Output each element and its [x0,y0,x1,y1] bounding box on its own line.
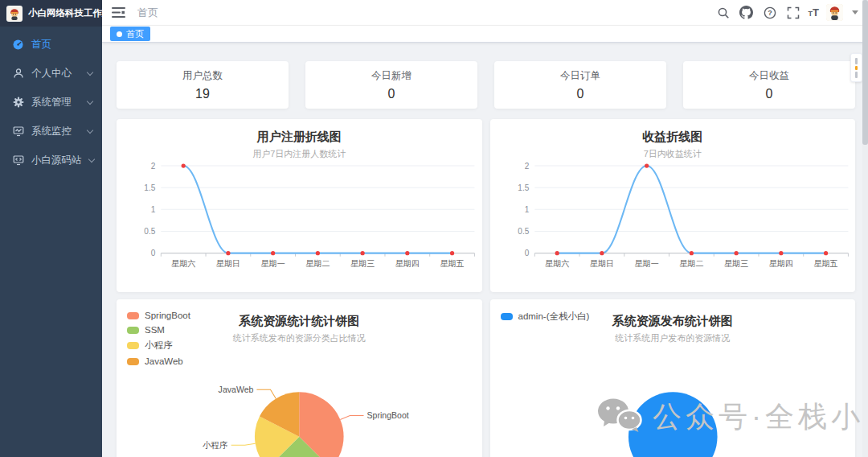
svg-text:星期二: 星期二 [679,259,703,268]
resource-publish-pie-chart: admin-(全栈小白) [490,344,856,457]
stat-card-new-today: 今日新增 0 [305,61,477,109]
legend-label: SpringBoot [145,311,190,320]
svg-text:星期二: 星期二 [305,259,330,268]
svg-text:星期六: 星期六 [545,259,569,268]
help-icon[interactable]: ? [762,5,778,21]
pie-legend: admin-(全栈小白) [501,311,590,323]
user-register-line-chart-card: 用户注册折线图 用户7日内注册人数统计 00.511.52星期六星期日星期一星期… [117,119,482,292]
scrollbar [862,0,868,457]
avatar[interactable] [826,4,843,21]
sidebar-item-system-admin[interactable]: 系统管理 [0,88,102,117]
sidebar-item-label: 系统管理 [31,96,80,109]
svg-text:2: 2 [524,162,529,171]
pie-charts-row: SpringBootSSM小程序JavaWeb 系统资源统计统计饼图 统计系统发… [117,299,855,457]
topbar-actions: ? TT [715,4,858,21]
tag-active-dot [117,31,122,37]
legend-label: JavaWeb [145,356,183,366]
svg-text:1: 1 [524,205,529,214]
legend-item[interactable]: SpringBoot [127,311,190,320]
main-area: 首页 ? TT [102,0,868,457]
svg-text:1.5: 1.5 [144,183,155,192]
topbar: 首页 ? TT [102,0,868,26]
legend-swatch [127,312,139,319]
sidebar-item-label: 个人中心 [31,67,80,80]
floating-widget[interactable] [850,53,862,82]
svg-text:1.5: 1.5 [518,183,529,192]
chevron-down-icon [87,97,93,104]
search-icon[interactable] [715,5,731,21]
svg-text:星期三: 星期三 [724,259,748,268]
widget-bar [855,72,858,78]
fullscreen-icon[interactable] [785,5,801,21]
stat-value: 19 [195,87,210,101]
svg-text:星期五: 星期五 [813,259,837,268]
app-root: 小白网络科技工作室 首页 个人中心 系统管理 [0,0,868,457]
sidebar-menu: 首页 个人中心 系统管理 系统监控 [0,27,102,175]
font-size-icon[interactable]: TT [809,7,819,18]
legend-label: SSM [145,325,165,335]
stat-label: 今日新增 [371,69,411,83]
chevron-down-icon [87,68,93,75]
svg-text:星期五: 星期五 [440,259,464,268]
stats-row: 用户总数 19 今日新增 0 今日订单 0 今日收益 0 [117,61,855,109]
svg-text:?: ? [768,9,772,17]
legend-item[interactable]: SSM [127,325,190,335]
stat-label: 用户总数 [182,69,223,83]
sidebar-item-system-monitor[interactable]: 系统监控 [0,117,102,146]
legend-swatch [127,327,139,334]
menu-collapse-icon[interactable] [112,6,126,19]
github-icon[interactable] [739,5,755,21]
svg-text:星期四: 星期四 [395,259,420,268]
sidebar-item-home[interactable]: 首页 [0,30,102,59]
sidebar-item-source-site[interactable]: 小白源码站 [0,146,102,175]
line-charts-row: 用户注册折线图 用户7日内注册人数统计 00.511.52星期六星期日星期一星期… [117,119,855,292]
content: 用户总数 19 今日新增 0 今日订单 0 今日收益 0 用户注册 [102,43,868,457]
sidebar: 小白网络科技工作室 首页 个人中心 系统管理 [0,0,102,457]
sidebar-item-label: 首页 [31,38,92,51]
svg-text:星期一: 星期一 [261,259,285,268]
svg-text:星期日: 星期日 [589,259,613,268]
svg-text:0: 0 [524,249,529,257]
gear-icon [12,97,24,109]
dashboard-icon [12,39,24,51]
chevron-down-icon [88,155,94,162]
monitor-code-icon [12,154,24,167]
svg-text:星期六: 星期六 [171,259,195,268]
caret-down-icon[interactable] [852,10,858,14]
svg-text:2: 2 [151,162,156,171]
widget-bar [855,58,858,64]
legend-label: admin-(全栈小白) [518,311,590,323]
svg-text:星期日: 星期日 [216,259,240,268]
chart-subtitle: 统计系统用户发布的资源情况 [490,332,856,344]
stat-value: 0 [388,87,395,101]
chart-subtitle: 7日内收益统计 [490,148,856,160]
tag-home[interactable]: 首页 [110,27,150,41]
chart-title: 用户注册折线图 [117,130,482,145]
svg-text:星期三: 星期三 [350,259,375,268]
app-title: 小白网络科技工作室 [28,7,112,19]
breadcrumb[interactable]: 首页 [137,6,158,20]
svg-text:0.5: 0.5 [518,227,529,236]
legend-item[interactable]: admin-(全栈小白) [501,311,590,323]
tags-bar: 首页 [102,26,868,43]
mascot-avatar-icon [7,6,22,21]
revenue-line-chart-card: 收益折线图 7日内收益统计 00.511.52星期六星期日星期一星期二星期三星期… [490,119,856,292]
chart-title: 收益折线图 [490,130,856,145]
legend-item[interactable]: 小程序 [127,340,190,352]
sidebar-item-profile[interactable]: 个人中心 [0,59,102,88]
resource-stats-pie-card: SpringBootSSM小程序JavaWeb 系统资源统计统计饼图 统计系统发… [117,299,482,457]
stat-card-total-users: 用户总数 19 [117,61,289,109]
svg-text:SpringBoot: SpringBoot [367,410,409,420]
legend-swatch [127,358,139,365]
stat-card-revenue-today: 今日收益 0 [683,61,855,109]
legend-item[interactable]: JavaWeb [127,356,190,366]
svg-text:0.5: 0.5 [144,227,155,236]
user-icon [12,68,24,80]
scrollbar-thumb[interactable] [862,0,868,145]
logo[interactable]: 小白网络科技工作室 [0,0,102,27]
stat-label: 今日订单 [560,69,600,83]
stat-value: 0 [577,87,584,101]
svg-text:星期一: 星期一 [634,259,658,268]
svg-text:0: 0 [151,249,156,257]
legend-label: 小程序 [145,340,173,352]
